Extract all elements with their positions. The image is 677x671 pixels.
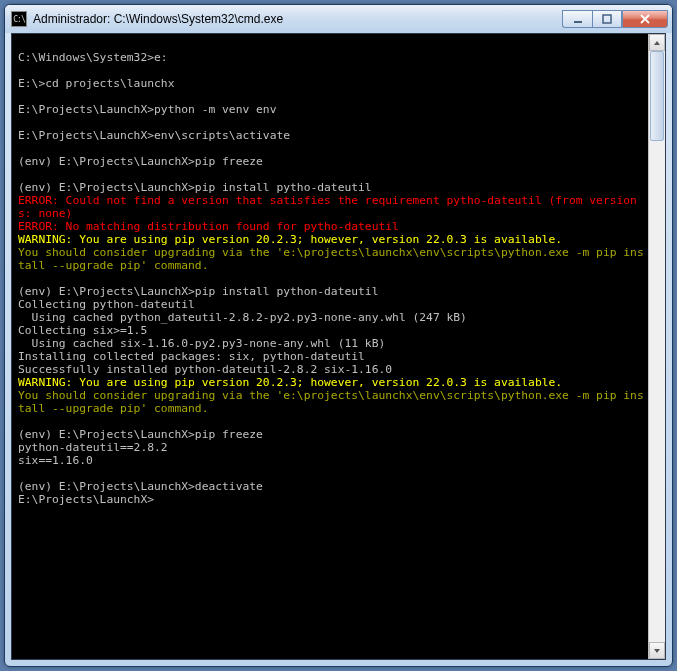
maximize-icon — [601, 14, 613, 24]
terminal-line: Successfully installed python-dateutil-2… — [18, 363, 392, 376]
terminal-line: (env) E:\Projects\LaunchX>pip install py… — [18, 285, 378, 298]
window-title: Administrador: C:\Windows\System32\cmd.e… — [33, 12, 562, 26]
cursor — [154, 494, 161, 506]
scroll-down-button[interactable] — [649, 642, 665, 659]
terminal-line: Installing collected packages: six, pyth… — [18, 350, 365, 363]
terminal-line: Collecting python-dateutil — [18, 298, 195, 311]
scroll-thumb[interactable] — [650, 51, 664, 141]
scroll-track[interactable] — [649, 51, 665, 642]
terminal-line: WARNING: You are using pip version 20.2.… — [18, 233, 562, 246]
terminal-line: Using cached python_dateutil-2.8.2-py2.p… — [18, 311, 467, 324]
terminal-line: You should consider upgrading via the 'e… — [18, 389, 644, 415]
terminal-line: C:\Windows\System32>e: — [18, 51, 168, 64]
chevron-down-icon — [653, 648, 661, 654]
terminal-line: E:\Projects\LaunchX> — [18, 493, 154, 506]
minimize-icon — [572, 14, 584, 24]
window-buttons — [562, 10, 668, 28]
minimize-button[interactable] — [562, 10, 592, 28]
titlebar[interactable]: C:\ Administrador: C:\Windows\System32\c… — [5, 5, 672, 33]
terminal-line: (env) E:\Projects\LaunchX>pip freeze — [18, 155, 263, 168]
scroll-up-button[interactable] — [649, 34, 665, 51]
terminal-line: E:\>cd projects\launchx — [18, 77, 174, 90]
close-icon — [639, 14, 651, 24]
terminal-line: You should consider upgrading via the 'e… — [18, 246, 644, 272]
terminal-line: python-dateutil==2.8.2 — [18, 441, 168, 454]
terminal-line: E:\Projects\LaunchX>env\scripts\activate — [18, 129, 290, 142]
terminal-line: (env) E:\Projects\LaunchX>deactivate — [18, 480, 263, 493]
svg-rect-0 — [574, 21, 582, 23]
terminal-line: Using cached six-1.16.0-py2.py3-none-any… — [18, 337, 385, 350]
terminal-line: ERROR: Could not find a version that sat… — [18, 194, 637, 220]
client-area: C:\Windows\System32>e: E:\>cd projects\l… — [11, 33, 666, 660]
terminal-output[interactable]: C:\Windows\System32>e: E:\>cd projects\l… — [12, 34, 648, 659]
svg-rect-1 — [603, 15, 611, 23]
cmd-window: C:\ Administrador: C:\Windows\System32\c… — [4, 4, 673, 667]
terminal-line: six==1.16.0 — [18, 454, 93, 467]
cmd-icon: C:\ — [11, 11, 27, 27]
maximize-button[interactable] — [592, 10, 622, 28]
terminal-line: WARNING: You are using pip version 20.2.… — [18, 376, 562, 389]
close-button[interactable] — [622, 10, 668, 28]
terminal-line: E:\Projects\LaunchX>python -m venv env — [18, 103, 276, 116]
terminal-line: Collecting six>=1.5 — [18, 324, 147, 337]
terminal-line: (env) E:\Projects\LaunchX>pip freeze — [18, 428, 263, 441]
terminal-line: ERROR: No matching distribution found fo… — [18, 220, 399, 233]
vertical-scrollbar[interactable] — [648, 34, 665, 659]
terminal-line: (env) E:\Projects\LaunchX>pip install py… — [18, 181, 372, 194]
chevron-up-icon — [653, 40, 661, 46]
